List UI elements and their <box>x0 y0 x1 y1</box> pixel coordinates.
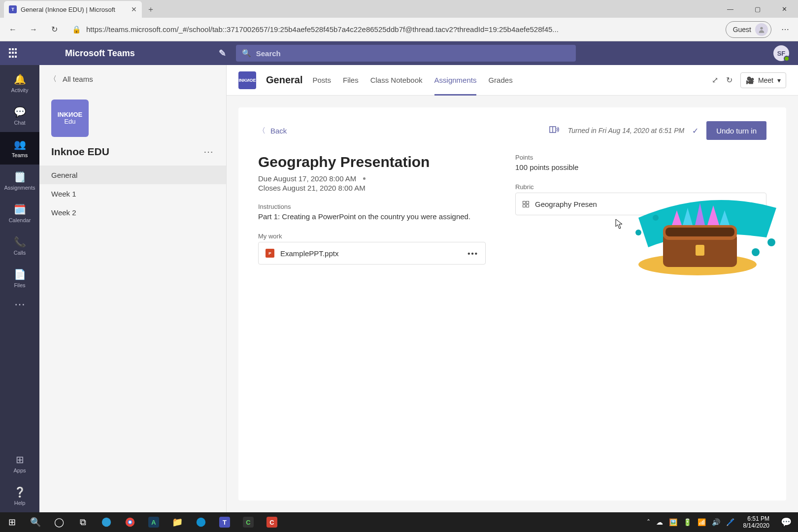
browser-tab[interactable]: T General (Inknoe EDU) | Microsoft ✕ <box>4 1 142 18</box>
tab-class-notebook[interactable]: Class Notebook <box>370 65 423 96</box>
svg-text:T: T <box>11 7 14 12</box>
attached-file[interactable]: P ExamplePPT.pptx ••• <box>258 242 486 265</box>
assignment-card: 〈 Back Turned in Fri Aug 14, 2020 at 6:5… <box>238 107 786 500</box>
tab-files[interactable]: Files <box>343 65 359 96</box>
tab-assignments[interactable]: Assignments <box>434 65 477 96</box>
phone-icon: 📞 <box>14 236 26 248</box>
tray-notifications-icon[interactable]: 💬 <box>774 512 798 532</box>
tab-posts[interactable]: Posts <box>312 65 331 96</box>
taskbar-app-edge2[interactable] <box>189 512 213 532</box>
taskbar-app-c1[interactable]: C <box>236 512 260 532</box>
taskbar-app-edge[interactable] <box>95 512 118 532</box>
logo-line2: Edu <box>64 118 75 125</box>
channel-logo-icon: INKИOE <box>238 71 256 89</box>
tab-grades[interactable]: Grades <box>488 65 512 96</box>
taskbar-search-icon[interactable]: 🔍 <box>24 512 47 532</box>
url-input[interactable]: 🔒 https://teams.microsoft.com/_#/school/… <box>68 25 719 34</box>
close-tab-button[interactable]: ✕ <box>131 5 137 13</box>
svg-point-17 <box>102 518 111 527</box>
video-icon: 🎥 <box>746 76 754 84</box>
channel-week2[interactable]: Week 2 <box>39 203 226 222</box>
team-logo[interactable]: INKИOE Edu <box>51 100 89 137</box>
rail-files[interactable]: 📄Files <box>0 262 39 295</box>
tray-onedrive-icon[interactable]: ☁ <box>656 518 663 526</box>
calendar-icon: 🗓️ <box>14 203 26 215</box>
rail-more-button[interactable]: ⋯ <box>0 295 39 314</box>
taskbar-time: 6:51 PM <box>743 515 769 522</box>
tray-chevron-icon[interactable]: ˄ <box>647 518 650 526</box>
channel-general[interactable]: General <box>39 166 226 184</box>
undo-turn-in-button[interactable]: Undo turn in <box>706 121 766 140</box>
expand-icon[interactable]: ⤢ <box>712 75 718 85</box>
search-input[interactable]: 🔍 Search <box>236 45 576 62</box>
tray-wifi-icon[interactable]: 📶 <box>698 518 706 526</box>
profile-label: Guest <box>733 26 751 33</box>
instructions-text: Part 1: Creating a PowerPoint on the cou… <box>258 212 486 221</box>
people-icon: 👥 <box>14 138 26 150</box>
window-maximize-button[interactable]: ▢ <box>744 0 771 18</box>
user-avatar[interactable]: SF <box>773 45 789 61</box>
rail-label: Calendar <box>9 217 31 223</box>
file-more-button[interactable]: ••• <box>467 249 478 258</box>
start-button[interactable]: ⊞ <box>0 512 24 532</box>
tray-volume-icon[interactable]: 🔊 <box>712 518 720 526</box>
my-work-label: My work <box>258 233 486 240</box>
team-more-button[interactable]: ⋯ <box>203 146 214 158</box>
browser-more-button[interactable]: ⋯ <box>778 23 792 36</box>
svg-point-14 <box>635 230 641 235</box>
rail-calendar[interactable]: 🗓️Calendar <box>0 197 39 230</box>
browser-profile-button[interactable]: Guest <box>726 21 771 38</box>
system-tray[interactable]: ˄ ☁ 🖼️ 🔋 📶 🔊 🖊️ <box>643 518 738 526</box>
nav-back-button[interactable]: ← <box>6 23 20 36</box>
channel-week1[interactable]: Week 1 <box>39 184 226 203</box>
nav-forward-button[interactable]: → <box>27 23 40 36</box>
powerpoint-icon: P <box>266 249 274 258</box>
nav-refresh-button[interactable]: ↻ <box>47 23 61 36</box>
cortana-icon[interactable]: ◯ <box>47 512 71 532</box>
back-button[interactable]: 〈 Back <box>258 126 287 135</box>
tray-battery-icon[interactable]: 🔋 <box>683 518 692 526</box>
rail-activity[interactable]: 🔔Activity <box>0 67 39 100</box>
waffle-icon[interactable] <box>9 48 19 58</box>
avatar-initials: SF <box>777 50 786 57</box>
new-tab-button[interactable]: ＋ <box>142 1 160 18</box>
chevron-down-icon: ▾ <box>777 76 781 84</box>
all-teams-label: All teams <box>63 75 93 83</box>
tray-photos-icon[interactable]: 🖼️ <box>669 518 677 526</box>
teams-favicon-icon: T <box>9 5 17 13</box>
rail-help[interactable]: ❔Help <box>0 480 39 512</box>
svg-point-13 <box>653 215 659 221</box>
svg-rect-7 <box>696 245 704 256</box>
new-message-button[interactable]: ✎ <box>219 48 226 59</box>
rail-calls[interactable]: 📞Calls <box>0 230 39 262</box>
rail-label: Activity <box>11 87 29 93</box>
svg-point-2 <box>760 27 763 29</box>
rail-teams[interactable]: 👥Teams <box>0 132 39 165</box>
taskbar-app-a[interactable]: A <box>142 512 166 532</box>
rail-assignments[interactable]: 🗒️Assignments <box>0 165 39 197</box>
immersive-reader-icon[interactable] <box>548 124 560 138</box>
channel-title: General <box>266 74 302 86</box>
taskbar-app-c2[interactable]: C <box>260 512 284 532</box>
taskbar-clock[interactable]: 6:51 PM 8/14/2020 <box>738 515 774 530</box>
tray-ink-icon[interactable]: 🖊️ <box>726 518 734 526</box>
rail-label: Files <box>14 282 25 288</box>
chevron-left-icon: 〈 <box>258 126 266 135</box>
taskbar-app-explorer[interactable]: 📁 <box>166 512 189 532</box>
all-teams-link[interactable]: 〈 All teams <box>39 65 226 93</box>
closes-date: Closes August 21, 2020 8:00 AM <box>258 184 486 192</box>
rail-apps[interactable]: ⊞Apps <box>0 447 39 480</box>
svg-point-23 <box>197 518 205 527</box>
window-close-button[interactable]: ✕ <box>771 0 798 18</box>
taskbar-app-teams[interactable]: T <box>213 512 236 532</box>
treasure-illustration-icon <box>609 178 786 277</box>
reload-icon[interactable]: ↻ <box>726 75 732 85</box>
due-date: Due August 17, 2020 8:00 AM <box>258 174 356 183</box>
meet-button[interactable]: 🎥 Meet ▾ <box>740 72 786 88</box>
window-minimize-button[interactable]: — <box>717 0 744 18</box>
turned-in-status: Turned in Fri Aug 14, 2020 at 6:51 PM <box>568 127 685 134</box>
browser-tab-strip: T General (Inknoe EDU) | Microsoft ✕ ＋ —… <box>0 0 798 18</box>
rail-chat[interactable]: 💬Chat <box>0 100 39 132</box>
taskbar-app-chrome[interactable] <box>118 512 142 532</box>
task-view-icon[interactable]: ⧉ <box>71 512 95 532</box>
